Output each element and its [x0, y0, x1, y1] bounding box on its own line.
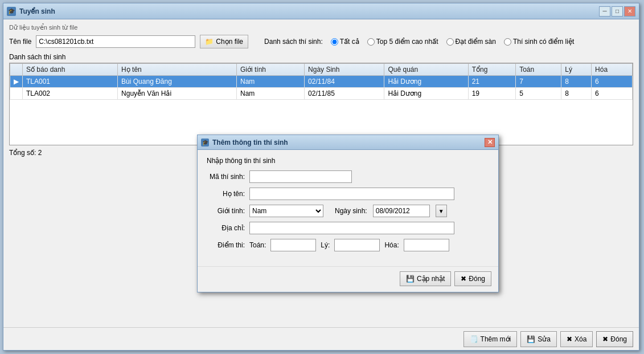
- app-icon: 🎓: [7, 7, 16, 16]
- toan-input[interactable]: [270, 239, 316, 251]
- col-ho-ten: Họ tên: [118, 64, 237, 76]
- bottom-action-bar: 🗒️ Thêm mới 💾 Sửa ✖ Xóa ✖ Đóng: [3, 327, 639, 350]
- ngay-sinh-input[interactable]: [373, 205, 430, 217]
- ly-label: Lý:: [321, 241, 330, 249]
- ngay-sinh-label: Ngày sinh:: [335, 207, 367, 215]
- modal-title: Thêm thông tin thí sinh: [212, 139, 288, 147]
- main-window-title: Tuyển sinh: [19, 7, 55, 15]
- ho-ten-input[interactable]: [249, 188, 454, 200]
- save-icon: 💾: [406, 275, 415, 283]
- modal-content: Nhập thông tin thí sinh Mã thí sinh: Họ …: [198, 150, 498, 263]
- radio-group-label: Danh sách thí sinh:: [264, 38, 323, 46]
- col-hoa: Hóa: [592, 64, 633, 76]
- them-moi-label: Thêm mới: [481, 335, 511, 343]
- col-ly: Lý: [561, 64, 592, 76]
- file-label: Tên file: [9, 38, 31, 46]
- ma-thi-sinh-label: Mã thí sinh:: [207, 173, 249, 181]
- table-row[interactable]: TLA002Nguyễn Văn HảiNam02/11/85Hải Dương…: [10, 88, 633, 100]
- ho-ten-row: Họ tên:: [207, 188, 489, 200]
- edit-icon: 💾: [527, 335, 535, 343]
- modal-dialog: 🎓 Thêm thông tin thí sinh ✕ Nhập thông t…: [197, 135, 499, 292]
- close-button[interactable]: ✕: [624, 6, 635, 17]
- col-toan: Toán: [516, 64, 561, 76]
- modal-close-button[interactable]: ✕: [485, 138, 495, 147]
- diem-thi-label: Điểm thi:: [207, 241, 249, 249]
- title-bar-buttons: ─ □ ✕: [599, 6, 635, 17]
- col-so-bao-danh: Số báo danh: [23, 64, 118, 76]
- them-moi-button[interactable]: 🗒️ Thêm mới: [463, 331, 518, 347]
- toan-label: Toán:: [249, 241, 266, 249]
- cap-nhat-button[interactable]: 💾 Cập nhật: [400, 271, 451, 286]
- main-title-bar: 🎓 Tuyển sinh ─ □ ✕: [3, 3, 639, 19]
- sua-button[interactable]: 💾 Sửa: [520, 331, 557, 347]
- modal-section-label: Nhập thông tin thí sinh: [207, 157, 489, 165]
- modal-close-icon: ✖: [461, 275, 466, 283]
- table-row[interactable]: ▶TLA001Bùi Quang ĐăngNam02/11/84Hải Dươn…: [10, 76, 633, 88]
- ma-thi-sinh-input[interactable]: [249, 170, 352, 183]
- chon-file-label: Chọn file: [216, 38, 243, 46]
- xoa-button[interactable]: ✖ Xóa: [560, 331, 593, 347]
- modal-dong-button[interactable]: ✖ Đóng: [454, 271, 491, 286]
- col-gioi-tinh: Giới tính: [236, 64, 304, 76]
- radio-tat-ca[interactable]: Tất cả: [331, 38, 359, 46]
- close-icon: ✖: [602, 335, 608, 343]
- hoa-input[interactable]: [404, 239, 449, 251]
- minimize-button[interactable]: ─: [599, 6, 610, 17]
- dong-label: Đóng: [610, 335, 627, 343]
- radio-dat-diem-san[interactable]: Đạt điểm sàn: [446, 38, 496, 46]
- radio-diem-liet[interactable]: Thí sinh có điểm liệt: [504, 38, 574, 46]
- col-tong: Tổng: [468, 64, 516, 76]
- chon-file-button[interactable]: 📁 Chọn file: [200, 35, 248, 48]
- student-table: Số báo danh Họ tên Giới tính Ngày Sinh Q…: [10, 63, 633, 100]
- gioi-tinh-label: Giới tính:: [207, 207, 249, 215]
- student-table-container[interactable]: Số báo danh Họ tên Giới tính Ngày Sinh Q…: [9, 63, 633, 145]
- file-row: Tên file 📁 Chọn file Danh sách thí sinh:…: [9, 35, 633, 48]
- ho-ten-label: Họ tên:: [207, 190, 249, 198]
- radio-tat-ca-label: Tất cả: [340, 38, 359, 46]
- date-picker-button[interactable]: ▼: [436, 205, 447, 217]
- xoa-label: Xóa: [575, 335, 586, 343]
- table-header-row: Số báo danh Họ tên Giới tính Ngày Sinh Q…: [10, 64, 633, 76]
- dia-chi-label: Địa chỉ:: [207, 224, 249, 232]
- modal-dong-label: Đóng: [469, 275, 485, 283]
- radio-top5-label: Top 5 điểm cao nhất: [376, 38, 438, 46]
- main-window: 🎓 Tuyển sinh ─ □ ✕ Dữ liệu tuyển sinh từ…: [3, 3, 639, 351]
- dia-chi-row: Địa chỉ:: [207, 222, 489, 234]
- radio-dat-diem-san-label: Đạt điểm sàn: [456, 38, 496, 46]
- cap-nhat-label: Cập nhật: [417, 275, 445, 283]
- sua-label: Sửa: [538, 335, 551, 343]
- total-label: Tổng số:: [9, 149, 36, 157]
- modal-icon: 🎓: [201, 139, 209, 147]
- modal-bottom-bar: 💾 Cập nhật ✖ Đóng: [198, 266, 498, 292]
- radio-top5[interactable]: Top 5 điểm cao nhất: [367, 38, 438, 46]
- ngay-sinh-group: Ngày sinh: ▼: [335, 205, 447, 217]
- file-input[interactable]: [36, 35, 195, 48]
- dong-button[interactable]: ✖ Đóng: [596, 331, 633, 347]
- radio-diem-liet-label: Thí sinh có điểm liệt: [513, 38, 574, 46]
- gioi-tinh-select[interactable]: Nam Nữ: [249, 205, 323, 217]
- diem-thi-row: Điểm thi: Toán: Lý: Hóa:: [207, 239, 489, 251]
- file-section-label: Dữ liệu tuyển sinh từ file: [9, 24, 633, 31]
- add-icon: 🗒️: [470, 335, 478, 343]
- hoa-label: Hóa:: [384, 241, 399, 249]
- col-que-quan: Quê quán: [384, 64, 468, 76]
- dia-chi-input[interactable]: [249, 222, 454, 234]
- radio-group: Danh sách thí sinh: Tất cả Top 5 điểm ca…: [264, 38, 574, 46]
- total-value: 2: [38, 149, 42, 157]
- col-indicator: [10, 64, 23, 76]
- modal-title-bar: 🎓 Thêm thông tin thí sinh ✕: [198, 135, 498, 150]
- delete-icon: ✖: [567, 335, 572, 343]
- col-ngay-sinh: Ngày Sinh: [305, 64, 384, 76]
- table-section-label: Danh sách thí sinh: [9, 53, 633, 61]
- ly-input[interactable]: [334, 239, 380, 251]
- folder-icon: 📁: [205, 38, 214, 46]
- ma-thi-sinh-row: Mã thí sinh:: [207, 170, 489, 183]
- gioi-tinh-row: Giới tính: Nam Nữ Ngày sinh: ▼: [207, 205, 489, 217]
- score-group: Toán: Lý: Hóa:: [249, 239, 449, 251]
- maximize-button[interactable]: □: [612, 6, 623, 17]
